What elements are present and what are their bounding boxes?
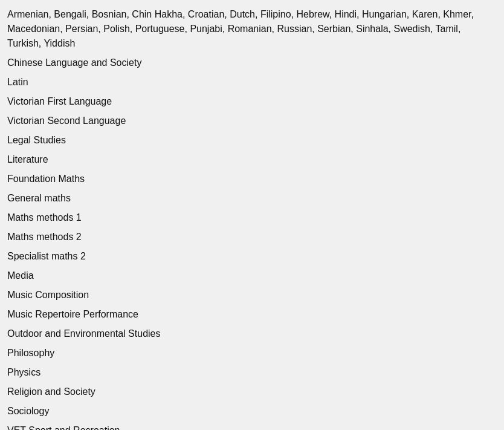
list-item: Armenian, Bengali, Bosnian, Chin Hakha, … — [7, 5, 497, 53]
list-item: Latin — [7, 73, 497, 92]
list-item: Maths methods 2 — [7, 227, 497, 247]
subject-list: Armenian, Bengali, Bosnian, Chin Hakha, … — [7, 5, 497, 430]
list-item: Religion and Society — [7, 382, 497, 402]
list-item: Victorian Second Language — [7, 111, 497, 131]
list-item: Music Repertoire Performance — [7, 305, 497, 324]
list-item: Foundation Maths — [7, 169, 497, 189]
list-item: Sociology — [7, 402, 497, 421]
list-item: Victorian First Language — [7, 92, 497, 111]
list-item: Maths methods 1 — [7, 208, 497, 227]
list-item: Legal Studies — [7, 131, 497, 150]
list-item: Outdoor and Environmental Studies — [7, 324, 497, 344]
list-item: Media — [7, 266, 497, 285]
list-item: Philosophy — [7, 344, 497, 363]
list-item: General maths — [7, 189, 497, 208]
list-item: Music Composition — [7, 285, 497, 305]
list-item: Chinese Language and Society — [7, 53, 497, 73]
list-item: Physics — [7, 363, 497, 382]
list-item: Literature — [7, 150, 497, 169]
list-item: VET Sport and Recreation — [7, 421, 497, 430]
list-item: Specialist maths 2 — [7, 247, 497, 266]
